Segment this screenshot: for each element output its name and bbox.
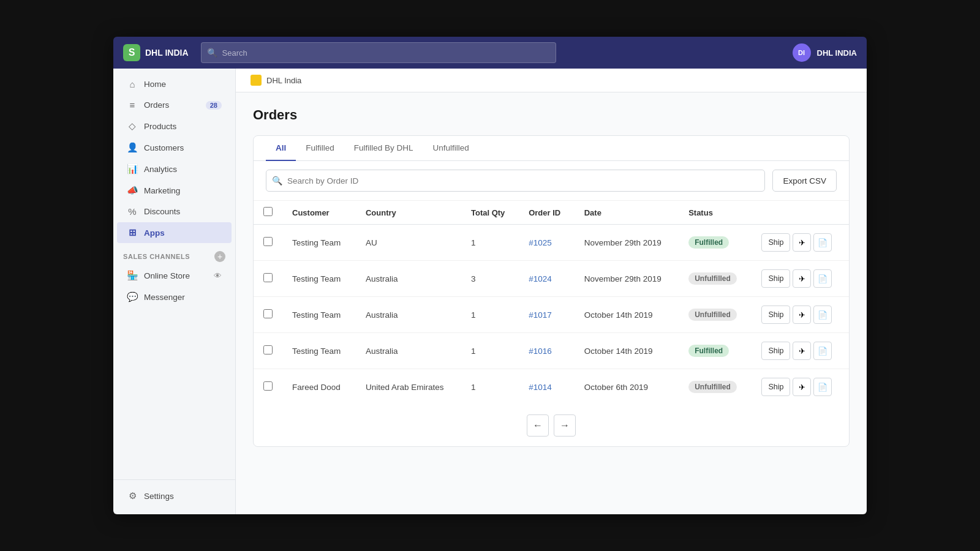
ship-button[interactable]: Ship: [761, 233, 790, 252]
sidebar-item-marketing[interactable]: 📣 Marketing: [117, 180, 232, 201]
col-qty: Total Qty: [461, 201, 519, 225]
analytics-icon: 📊: [127, 163, 138, 174]
dhl-badge-icon: [251, 75, 262, 86]
main-content: DHL India Orders All Fulfilled Fulfilled…: [236, 69, 867, 514]
breadcrumb: DHL India: [236, 69, 867, 92]
sidebar-item-label: Online Store: [144, 271, 190, 280]
order-id-link[interactable]: #1017: [529, 310, 552, 320]
sidebar-item-home[interactable]: ⌂ Home: [117, 74, 232, 94]
orders-card: All Fulfilled Fulfilled By DHL Unfulfill…: [253, 135, 850, 447]
cell-order-id[interactable]: #1014: [519, 369, 575, 405]
order-id-link[interactable]: #1014: [529, 383, 552, 392]
cell-status: Fulfilled: [679, 225, 752, 261]
tab-all[interactable]: All: [266, 136, 296, 161]
plane-button[interactable]: ✈: [793, 378, 811, 396]
content-area: Orders All Fulfilled Fulfilled By DHL Un…: [236, 92, 867, 514]
app-title: DHL INDIA: [145, 48, 189, 58]
sidebar-item-label: Home: [144, 80, 166, 89]
export-csv-button[interactable]: Export CSV: [772, 170, 837, 192]
plane-button[interactable]: ✈: [793, 342, 811, 360]
order-id-link[interactable]: #1024: [529, 274, 552, 283]
plane-button[interactable]: ✈: [793, 233, 811, 252]
ship-button[interactable]: Ship: [761, 305, 790, 324]
marketing-icon: 📣: [127, 185, 138, 196]
cell-qty: 1: [461, 297, 519, 333]
app-logo[interactable]: S DHL INDIA: [123, 44, 189, 61]
prev-page-button[interactable]: ←: [527, 414, 549, 437]
sidebar-item-online-store[interactable]: 🏪 Online Store 👁: [117, 265, 232, 286]
sidebar-item-products[interactable]: ◇ Products: [117, 116, 232, 137]
tab-unfulfilled[interactable]: Unfulfilled: [423, 136, 479, 161]
row-checkbox[interactable]: [263, 309, 273, 318]
select-all-checkbox[interactable]: [263, 207, 273, 216]
sidebar-item-analytics[interactable]: 📊 Analytics: [117, 159, 232, 179]
plane-button[interactable]: ✈: [793, 305, 811, 324]
status-badge: Unfulfilled: [688, 309, 737, 321]
next-page-button[interactable]: →: [554, 414, 576, 437]
cell-qty: 1: [461, 369, 519, 405]
sidebar-item-discounts[interactable]: % Discounts: [117, 201, 232, 222]
row-checkbox[interactable]: [263, 237, 273, 246]
orders-table: Customer Country Total Qty Order ID Date…: [254, 201, 849, 405]
home-icon: ⌂: [127, 79, 138, 89]
order-id-link[interactable]: #1025: [529, 238, 552, 247]
cell-order-id[interactable]: #1025: [519, 225, 575, 261]
plane-button[interactable]: ✈: [793, 269, 811, 288]
shopify-icon: S: [123, 44, 140, 61]
ship-button[interactable]: Ship: [761, 269, 790, 288]
orders-badge: 28: [206, 101, 222, 110]
row-checkbox[interactable]: [263, 381, 273, 391]
tab-fulfilled-by-dhl[interactable]: Fulfilled By DHL: [344, 136, 423, 161]
doc-button[interactable]: 📄: [813, 378, 832, 396]
table-row: Testing Team Australia 1 #1016 October 1…: [254, 333, 849, 369]
sidebar-item-customers[interactable]: 👤 Customers: [117, 137, 232, 158]
account-name: DHL INDIA: [817, 48, 857, 58]
pagination: ← →: [254, 405, 849, 446]
sidebar-item-label: Settings: [144, 492, 174, 501]
cell-status: Unfulfilled: [679, 297, 752, 333]
sidebar-nav: ⌂ Home ≡ Orders 28 ◇ Products 👤 Custo: [113, 69, 235, 479]
sidebar-item-settings[interactable]: ⚙ Settings: [117, 485, 232, 506]
settings-icon: ⚙: [127, 490, 138, 501]
sidebar-item-label: Discounts: [144, 207, 180, 216]
tab-fulfilled[interactable]: Fulfilled: [296, 136, 344, 161]
cell-country: AU: [356, 225, 461, 261]
cell-order-id[interactable]: #1016: [519, 333, 575, 369]
status-badge: Fulfilled: [688, 236, 729, 249]
doc-button[interactable]: 📄: [813, 233, 832, 252]
cell-qty: 1: [461, 333, 519, 369]
ship-button[interactable]: Ship: [761, 378, 790, 396]
global-search-input[interactable]: [201, 42, 556, 63]
status-badge: Unfulfilled: [688, 272, 737, 285]
sidebar-item-label: Analytics: [144, 165, 177, 174]
doc-button[interactable]: 📄: [813, 269, 832, 288]
doc-button[interactable]: 📄: [813, 342, 832, 360]
doc-button[interactable]: 📄: [813, 305, 832, 324]
sidebar-item-orders[interactable]: ≡ Orders 28: [117, 95, 232, 115]
ship-button[interactable]: Ship: [761, 342, 790, 360]
cell-order-id[interactable]: #1017: [519, 297, 575, 333]
cell-date: October 14th 2019: [575, 297, 679, 333]
cell-status: Fulfilled: [679, 333, 752, 369]
avatar: DI: [793, 43, 811, 62]
top-nav-right: DI DHL INDIA: [793, 43, 857, 62]
sidebar-item-messenger[interactable]: 💬 Messenger: [117, 287, 232, 307]
table-row: Testing Team Australia 1 #1017 October 1…: [254, 297, 849, 333]
add-sales-channel-button[interactable]: +: [214, 251, 225, 262]
messenger-icon: 💬: [127, 291, 138, 302]
page-title: Orders: [253, 107, 850, 123]
order-search-input[interactable]: [266, 170, 765, 192]
cell-order-id[interactable]: #1024: [519, 261, 575, 297]
action-buttons: Ship ✈ 📄: [761, 342, 839, 360]
row-checkbox[interactable]: [263, 345, 273, 354]
cell-customer: Testing Team: [282, 297, 356, 333]
cell-date: October 14th 2019: [575, 333, 679, 369]
cell-actions: Ship ✈ 📄: [752, 333, 849, 369]
cell-date: November 29th 2019: [575, 225, 679, 261]
action-buttons: Ship ✈ 📄: [761, 305, 839, 324]
cell-date: November 29th 2019: [575, 261, 679, 297]
order-id-link[interactable]: #1016: [529, 347, 552, 356]
sidebar-item-apps[interactable]: ⊞ Apps: [117, 222, 232, 243]
row-checkbox[interactable]: [263, 273, 273, 282]
search-icon: 🔍: [272, 176, 282, 186]
